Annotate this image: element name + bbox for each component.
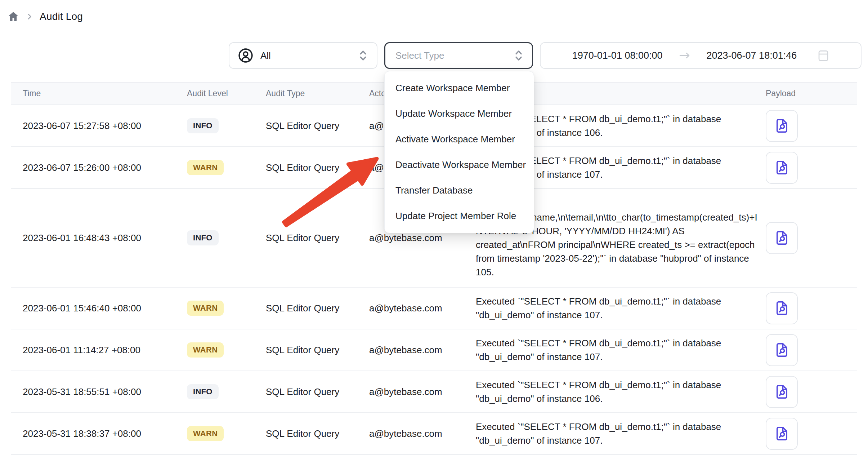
cell-comment: Executed `"SELECT * FROM db_ui_demo.t1;"… [476,288,766,329]
table-row-partial [11,455,857,457]
cell-audit-type: SQL Editor Query [266,232,369,244]
cell-time: 2023-06-01 16:48:43 +08:00 [11,232,187,244]
status-badge: INFO [187,118,219,133]
filter-bar: All Select Type 1970-01-01 08:00:00 2023… [229,42,862,69]
table-row: 2023-05-31 18:38:37 +08:00 WARN SQL Edit… [11,413,857,455]
select-chevrons-icon [359,49,367,62]
date-range-start[interactable]: 1970-01-01 08:00:00 [572,50,663,61]
page-title: Audit Log [40,11,83,22]
payload-button[interactable] [766,334,798,366]
calendar-icon [818,49,829,62]
cell-audit-level: INFO [187,230,266,245]
type-filter-select[interactable]: Select Type [384,42,533,69]
cell-audit-type: SQL Editor Query [266,162,369,173]
cell-audit-level: WARN [187,426,266,441]
payload-button[interactable] [766,418,798,450]
menu-item-transfer-database[interactable]: Transfer Database [385,178,534,203]
status-badge: WARN [187,426,224,441]
status-badge: INFO [187,230,219,245]
range-arrow-icon [679,51,691,60]
cell-time: 2023-05-31 18:38:37 +08:00 [11,428,187,439]
table-row: 2023-05-31 18:55:51 +08:00 INFO SQL Edit… [11,371,857,413]
cell-audit-level: WARN [187,160,266,175]
cell-actor: a@bytebase.com [369,232,476,244]
file-search-icon [774,383,790,400]
cell-payload [766,376,857,408]
home-icon[interactable] [7,10,19,23]
cell-actor: a@bytebase.com [369,303,476,314]
cell-audit-type: SQL Editor Query [266,303,369,314]
payload-button[interactable] [766,152,798,184]
column-header-payload: Payload [766,89,857,98]
file-search-icon [774,117,790,134]
date-range-end[interactable]: 2023-06-07 18:01:46 [707,50,797,61]
cell-time: 2023-06-07 15:26:00 +08:00 [11,162,187,173]
payload-button[interactable] [766,292,798,324]
cell-actor: a@bytebase.com [369,386,476,398]
menu-item-activate-workspace-member[interactable]: Activate Workspace Member [385,127,534,152]
menu-item-create-workspace-member[interactable]: Create Workspace Member [385,75,534,101]
payload-button[interactable] [766,376,798,408]
cell-payload [766,222,857,254]
menu-item-update-project-member-role[interactable]: Update Project Member Role [385,203,534,229]
type-filter-placeholder: Select Type [395,50,514,61]
status-badge: WARN [187,160,224,175]
cell-comment: Executed `"SELECT * FROM db_ui_demo.t1;"… [476,413,766,454]
file-search-icon [774,230,790,246]
status-badge: WARN [187,301,224,316]
menu-item-deactivate-workspace-member[interactable]: Deactivate Workspace Member [385,152,534,178]
column-header-time: Time [11,89,187,98]
cell-actor: a@bytebase.com [369,345,476,356]
breadcrumb-chevron-icon [26,13,33,20]
breadcrumb: Audit Log [7,9,83,25]
cell-time: 2023-06-07 15:27:58 +08:00 [11,120,187,132]
actor-filter-value: All [260,50,352,61]
cell-time: 2023-05-31 18:55:51 +08:00 [11,386,187,398]
column-header-audit-level: Audit Level [187,89,266,98]
payload-button[interactable] [766,110,798,142]
cell-audit-type: SQL Editor Query [266,345,369,356]
cell-actor: a@bytebase.com [369,428,476,439]
cell-audit-type: SQL Editor Query [266,428,369,439]
cell-audit-level: INFO [187,118,266,133]
cell-audit-level: WARN [187,342,266,358]
cell-audit-type: SQL Editor Query [266,386,369,398]
menu-item-update-workspace-member[interactable]: Update Workspace Member [385,101,534,127]
cell-time: 2023-06-01 15:46:40 +08:00 [11,303,187,314]
status-badge: WARN [187,342,224,358]
date-range-picker[interactable]: 1970-01-01 08:00:00 2023-06-07 18:01:46 [540,42,862,69]
table-row: 2023-06-01 11:14:27 +08:00 WARN SQL Edit… [11,329,857,371]
cell-time: 2023-06-01 11:14:27 +08:00 [11,345,187,356]
cell-payload [766,418,857,450]
cell-comment: Executed `"SELECT * FROM db_ui_demo.t1;"… [476,371,766,412]
file-search-icon [774,159,790,176]
cell-payload [766,334,857,366]
cell-audit-level: INFO [187,384,266,399]
type-dropdown-menu: Create Workspace Member Update Workspace… [384,71,534,233]
file-search-icon [774,342,790,358]
file-search-icon [774,425,790,442]
file-search-icon [774,300,790,316]
table-row: 2023-06-01 15:46:40 +08:00 WARN SQL Edit… [11,288,857,329]
user-circle-icon [237,47,254,64]
actor-filter-select[interactable]: All [229,42,377,69]
payload-button[interactable] [766,222,798,254]
select-chevrons-icon [514,49,523,62]
cell-comment: Executed `"SELECT * FROM db_ui_demo.t1;"… [476,329,766,371]
status-badge: INFO [187,384,219,399]
cell-payload [766,110,857,142]
cell-payload [766,152,857,184]
cell-audit-type: SQL Editor Query [266,120,369,132]
cell-audit-level: WARN [187,301,266,316]
column-header-audit-type: Audit Type [266,89,369,98]
cell-payload [766,292,857,324]
